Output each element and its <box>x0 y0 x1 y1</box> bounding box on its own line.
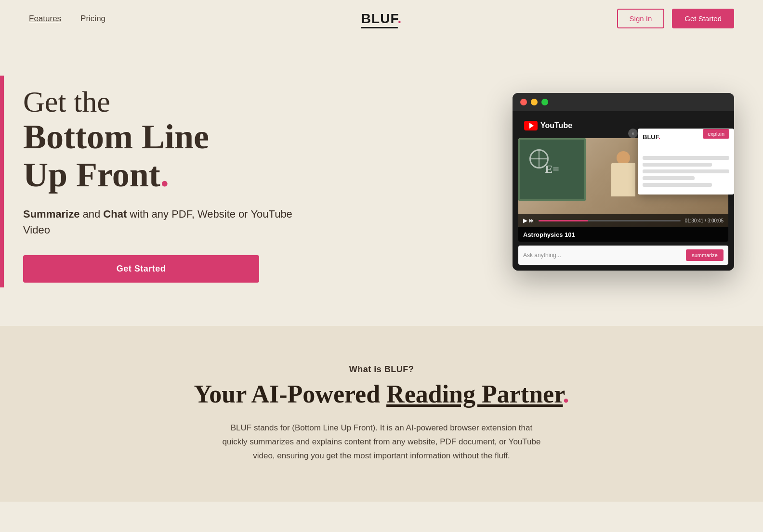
youtube-logo: YouTube <box>524 121 572 130</box>
what-title-dot: . <box>563 380 569 408</box>
hero-accent-bar <box>0 76 4 287</box>
logo-dot: . <box>397 11 402 26</box>
hero-subtitle-chat: Chat <box>103 208 127 220</box>
summarize-button[interactable]: summarize <box>686 249 724 261</box>
logo[interactable]: BLUF. <box>361 11 402 26</box>
what-title-underlined: Reading Partner <box>386 380 563 408</box>
bluf-panel-title: BLUF. <box>643 133 660 141</box>
hero-title-line1: Get the <box>23 85 299 118</box>
bluf-close-button[interactable]: × <box>628 129 638 138</box>
progress-bar[interactable] <box>539 220 681 221</box>
hero-title-line3: Up Front. <box>23 156 299 194</box>
hero-subtitle: Summarize and Chat with any PDF, Website… <box>23 206 299 238</box>
what-subtitle: What is BLUF? <box>29 364 734 375</box>
text-lines <box>643 156 729 187</box>
browser-window: YouTube E= <box>513 93 734 271</box>
what-description: BLUF stands for (Bottom Line Up Front). … <box>218 421 545 463</box>
hero-section: Get the Bottom Line Up Front. Summarize … <box>0 37 763 326</box>
chat-area: Ask anything... summarize <box>518 246 728 265</box>
hero-title: Get the Bottom Line Up Front. <box>23 85 299 195</box>
hero-subtitle-and: and <box>79 208 103 220</box>
what-title: Your AI-Powered Reading Partner. <box>29 380 734 408</box>
explain-button[interactable]: explain <box>703 129 729 139</box>
chat-input-placeholder[interactable]: Ask anything... <box>523 252 682 259</box>
hero-content: Get the Bottom Line Up Front. Summarize … <box>23 76 299 287</box>
math-symbol: E= <box>545 163 559 176</box>
what-section: What is BLUF? Your AI-Powered Reading Pa… <box>0 326 763 502</box>
hero-subtitle-summarize: Summarize <box>23 208 79 220</box>
text-line-1 <box>643 156 729 160</box>
youtube-label: YouTube <box>540 121 572 130</box>
getstarted-nav-button[interactable]: Get Started <box>672 9 734 28</box>
progress-fill <box>539 220 588 221</box>
crosshair-icon <box>529 149 549 169</box>
video-controls: ▶ ⏭ 01:30:41 / 3:00:05 <box>518 214 728 227</box>
youtube-icon <box>524 121 538 130</box>
nav-actions: Sign In Get Started <box>617 9 734 28</box>
hero-title-dot: . <box>160 156 169 194</box>
teacher-figure <box>604 151 643 214</box>
text-line-2 <box>643 163 712 167</box>
browser-titlebar <box>513 93 734 111</box>
logo-text: BLUF <box>361 11 398 28</box>
text-line-4 <box>643 176 695 180</box>
video-title-bar: Astrophysics 101 <box>518 227 728 242</box>
nav-links: Features Pricing <box>29 14 105 24</box>
text-line-5 <box>643 183 712 187</box>
what-title-part1: Your AI-Powered <box>194 380 386 408</box>
nav-pricing-link[interactable]: Pricing <box>80 14 105 24</box>
play-button[interactable]: ▶ ⏭ <box>523 217 535 224</box>
signin-button[interactable]: Sign In <box>617 9 665 28</box>
video-time: 01:30:41 / 3:00:05 <box>684 218 724 223</box>
blackboard: E= <box>518 138 586 201</box>
browser-content: YouTube E= <box>513 111 734 271</box>
bluf-panel: BLUF. explain <box>638 129 734 195</box>
nav-features-link[interactable]: Features <box>29 14 61 24</box>
window-maximize-btn[interactable] <box>541 99 548 105</box>
text-line-3 <box>643 169 729 173</box>
hero-title-line2: Bottom Line <box>23 118 299 156</box>
hero-title-line3-text: Up Front <box>23 156 160 194</box>
figure-body <box>611 163 635 196</box>
window-minimize-btn[interactable] <box>531 99 538 105</box>
window-close-btn[interactable] <box>520 99 527 105</box>
getstarted-hero-button[interactable]: Get Started <box>23 255 259 283</box>
video-title: Astrophysics 101 <box>523 231 575 238</box>
hero-left: Get the Bottom Line Up Front. Summarize … <box>0 76 299 287</box>
hero-right: YouTube E= <box>513 93 734 271</box>
navbar: Features Pricing BLUF. Sign In Get Start… <box>0 0 763 37</box>
